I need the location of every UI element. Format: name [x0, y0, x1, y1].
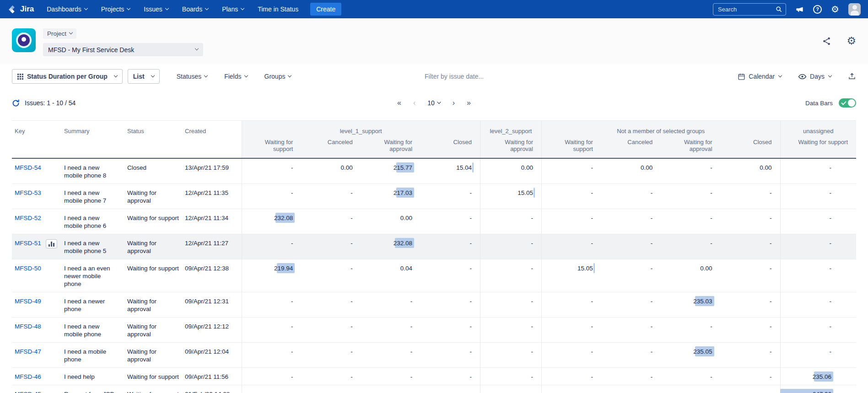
value-text: -	[304, 373, 358, 381]
value-text: 0.00	[604, 164, 658, 172]
cell-value: -	[601, 209, 661, 234]
value-cell-wrap: -	[423, 323, 477, 330]
project-select[interactable]: MFSD - My First Service Desk	[43, 43, 203, 56]
value-text: -	[483, 297, 539, 305]
chevron-down-icon	[195, 47, 199, 50]
value-text: -	[483, 348, 539, 355]
issue-key-link[interactable]: MFSD-45	[15, 391, 41, 393]
value-text: -	[604, 390, 658, 393]
search-input[interactable]	[717, 5, 776, 13]
refresh-icon[interactable]	[12, 99, 20, 107]
groups-dropdown[interactable]: Groups	[264, 73, 291, 80]
value-text: -	[723, 214, 777, 222]
cell-value: -	[661, 385, 720, 393]
issue-key-link[interactable]: MFSD-51	[15, 240, 41, 247]
view-mode-button[interactable]: List	[128, 69, 160, 84]
value-cell-wrap: -	[783, 164, 854, 172]
unit-dropdown[interactable]: Days	[798, 72, 831, 81]
cell-summary: Request from JSD portal 1	[61, 385, 124, 393]
value-cell-wrap: 215.77	[364, 164, 418, 172]
user-avatar[interactable]	[848, 3, 861, 16]
nav-item-issues[interactable]: Issues	[144, 5, 168, 13]
project-scope-dropdown[interactable]: Project	[43, 28, 76, 39]
nav-item-boards[interactable]: Boards	[182, 5, 208, 13]
chevron-down-icon	[778, 73, 782, 77]
announcements-megaphone-icon[interactable]	[795, 5, 804, 14]
cell-status: Waiting for approval	[124, 184, 182, 209]
fields-dropdown[interactable]: Fields	[224, 73, 247, 80]
cell-value: -	[421, 368, 480, 385]
next-page-button[interactable]: ›	[453, 99, 455, 107]
grid-icon	[17, 74, 23, 80]
value-text: -	[245, 348, 299, 355]
issue-key-link[interactable]: MFSD-49	[15, 298, 41, 305]
value-cell-wrap: -	[545, 373, 598, 381]
value-cell-wrap: -	[723, 323, 777, 330]
data-bars-toggle[interactable]	[839, 98, 856, 108]
value-cell-wrap: -	[545, 239, 598, 247]
export-icon[interactable]	[848, 72, 856, 81]
issue-key-link[interactable]: MFSD-47	[15, 348, 41, 355]
cell-value: -	[661, 234, 720, 259]
issue-key-link[interactable]: MFSD-46	[15, 373, 41, 380]
column-header-waiting-for-support: Waiting for support	[780, 137, 856, 158]
last-page-button[interactable]: »	[467, 99, 471, 107]
cell-value: 219.94	[242, 259, 301, 292]
issue-date-filter-input[interactable]	[424, 72, 534, 81]
value-cell-wrap: -	[545, 164, 598, 172]
cell-value: -	[361, 368, 421, 385]
top-nav-bar: Jira Dashboards Projects Issues Boards P…	[0, 0, 868, 18]
create-button[interactable]: Create	[310, 3, 341, 16]
cell-value: -	[601, 292, 661, 318]
jira-brand[interactable]: Jira	[7, 5, 34, 14]
settings-gear-icon[interactable]	[846, 36, 856, 46]
issue-key-link[interactable]: MFSD-48	[15, 323, 41, 330]
calendar-dropdown[interactable]: Calendar	[738, 73, 782, 81]
value-text: -	[723, 323, 777, 330]
column-header-canceled: Canceled	[601, 137, 661, 158]
value-cell-wrap: -	[545, 189, 598, 197]
nav-search-box[interactable]	[713, 3, 786, 16]
nav-item-plans[interactable]: Plans	[222, 5, 244, 13]
value-text: -	[604, 348, 658, 355]
nav-item-time-in-status[interactable]: Time in Status	[258, 5, 298, 13]
nav-item-dashboards[interactable]: Dashboards	[47, 5, 87, 13]
cell-value: -	[721, 385, 780, 393]
nav-item-projects[interactable]: Projects	[101, 5, 130, 13]
value-text: -	[423, 239, 477, 247]
report-type-button[interactable]: Status Duration per Group	[12, 69, 123, 84]
page-size-select[interactable]: 10	[427, 99, 441, 107]
cell-value: -	[421, 318, 480, 343]
value-text: -	[604, 239, 658, 247]
value-cell-wrap: -	[304, 390, 358, 393]
value-cell-wrap: -	[245, 348, 299, 355]
value-text: -	[723, 239, 777, 247]
issue-key-link[interactable]: MFSD-50	[15, 265, 41, 272]
statuses-dropdown[interactable]: Statuses	[177, 73, 207, 80]
cell-value: -	[301, 259, 361, 292]
value-cell-wrap: 217.03	[364, 189, 418, 197]
chevron-down-icon	[828, 73, 832, 77]
chevron-down-icon	[241, 6, 244, 10]
issue-key-link[interactable]: MFSD-53	[15, 189, 41, 196]
share-icon[interactable]	[822, 36, 832, 46]
cell-value: 0.04	[361, 259, 421, 292]
issue-key-link[interactable]: MFSD-52	[15, 215, 41, 221]
first-page-button[interactable]: «	[397, 99, 401, 107]
cell-value: -	[480, 234, 542, 259]
value-cell-wrap: -	[304, 264, 358, 272]
value-text: -	[304, 323, 358, 330]
prev-page-button[interactable]: ‹	[413, 99, 415, 107]
jira-logo-icon	[7, 5, 17, 14]
value-text: -	[723, 189, 777, 197]
row-chart-button[interactable]	[46, 239, 57, 248]
gear-icon[interactable]	[831, 5, 839, 14]
cell-value: -	[242, 158, 301, 184]
value-text: -	[245, 164, 299, 172]
cell-value: 235.03	[661, 292, 720, 318]
value-cell-wrap: -	[423, 189, 477, 197]
value-text: -	[245, 297, 299, 305]
help-icon[interactable]	[813, 5, 822, 14]
issue-key-link[interactable]: MFSD-54	[15, 164, 41, 171]
cell-value: -	[661, 209, 720, 234]
